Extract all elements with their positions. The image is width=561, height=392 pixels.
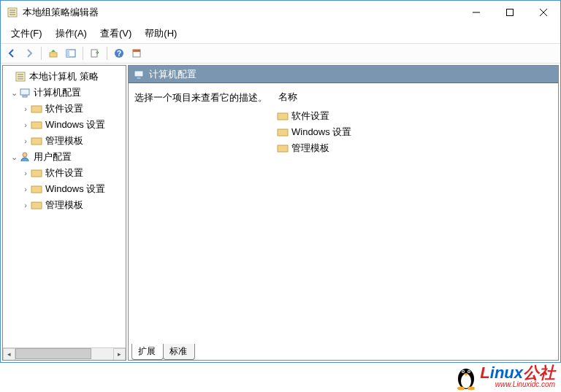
svg-point-30 bbox=[468, 371, 470, 372]
tab-bar: 扩展 标准 bbox=[129, 344, 558, 360]
watermark: Linux公社 www.Linuxidc.com bbox=[454, 363, 555, 391]
expand-icon[interactable]: › bbox=[20, 120, 31, 129]
svg-rect-24 bbox=[278, 145, 288, 152]
detail-description: 选择一个项目来查看它的描述。 bbox=[134, 91, 277, 341]
svg-rect-2 bbox=[50, 53, 57, 57]
content-area: 本地计算机 策略 ⌄ 计算机配置 › 软件设置 › Windows 设置 bbox=[1, 64, 560, 362]
detail-title: 计算机配置 bbox=[149, 68, 196, 81]
expand-icon[interactable]: › bbox=[20, 169, 31, 177]
tab-standard[interactable]: 标准 bbox=[163, 344, 195, 360]
detail-pane: 计算机配置 选择一个项目来查看它的描述。 名称 软件设置 Windows 设置 bbox=[128, 65, 559, 361]
detail-header: 计算机配置 bbox=[129, 66, 558, 83]
menubar: 文件(F) 操作(A) 查看(V) 帮助(H) bbox=[1, 24, 560, 43]
scroll-right-button[interactable]: ▸ bbox=[113, 348, 126, 361]
tree-label: 管理模板 bbox=[45, 199, 83, 212]
tree-item-admin[interactable]: › 管理模板 bbox=[4, 133, 124, 149]
menu-file[interactable]: 文件(F) bbox=[5, 24, 48, 43]
scroll-left-button[interactable]: ◂ bbox=[3, 348, 15, 361]
tree: 本地计算机 策略 ⌄ 计算机配置 › 软件设置 › Windows 设置 bbox=[3, 66, 126, 347]
app-window: 本地组策略编辑器 文件(F) 操作(A) 查看(V) 帮助(H) ? bbox=[0, 0, 561, 363]
svg-rect-12 bbox=[23, 96, 27, 97]
tree-label: 本地计算机 策略 bbox=[29, 70, 99, 83]
detail-list: 名称 软件设置 Windows 设置 管理模板 bbox=[277, 91, 555, 341]
titlebar: 本地组策略编辑器 bbox=[1, 1, 560, 24]
tree-item-admin[interactable]: › 管理模板 bbox=[4, 197, 124, 213]
svg-rect-4 bbox=[66, 50, 69, 57]
collapse-icon[interactable]: ⌄ bbox=[9, 153, 19, 162]
horizontal-scrollbar[interactable]: ◂ ▸ bbox=[3, 347, 126, 360]
tree-label: Windows 设置 bbox=[45, 118, 105, 131]
menu-view[interactable]: 查看(V) bbox=[94, 24, 137, 43]
computer-icon bbox=[19, 87, 31, 99]
menu-action[interactable]: 操作(A) bbox=[50, 24, 93, 43]
expand-icon[interactable]: › bbox=[20, 137, 31, 145]
svg-rect-23 bbox=[278, 129, 288, 136]
up-button[interactable] bbox=[45, 45, 61, 61]
toolbar: ? bbox=[1, 43, 560, 64]
properties-button[interactable] bbox=[129, 45, 145, 61]
svg-point-16 bbox=[23, 153, 27, 157]
minimize-button[interactable] bbox=[459, 1, 493, 24]
tree-root[interactable]: 本地计算机 策略 bbox=[4, 69, 124, 85]
maximize-button[interactable] bbox=[493, 1, 527, 24]
watermark-brand: Linux公社 bbox=[480, 365, 555, 381]
column-name[interactable]: 名称 bbox=[277, 91, 555, 108]
policy-icon bbox=[15, 71, 26, 82]
back-button[interactable] bbox=[4, 45, 20, 61]
list-label: Windows 设置 bbox=[291, 126, 351, 139]
svg-point-32 bbox=[468, 387, 475, 391]
expand-icon[interactable]: › bbox=[20, 185, 31, 193]
folder-icon bbox=[277, 110, 289, 122]
folder-icon bbox=[31, 135, 42, 147]
svg-rect-11 bbox=[20, 89, 29, 95]
folder-icon bbox=[31, 103, 42, 115]
tree-user-config[interactable]: ⌄ 用户配置 bbox=[4, 149, 124, 165]
forward-button[interactable] bbox=[21, 45, 37, 61]
svg-rect-18 bbox=[31, 186, 42, 193]
folder-icon bbox=[31, 183, 42, 195]
svg-rect-1 bbox=[507, 9, 514, 16]
svg-rect-17 bbox=[31, 170, 42, 177]
svg-rect-5 bbox=[91, 50, 97, 57]
tree-item-windows[interactable]: › Windows 设置 bbox=[4, 181, 124, 197]
expand-icon[interactable]: › bbox=[20, 104, 31, 113]
list-item[interactable]: Windows 设置 bbox=[277, 124, 555, 140]
list-item[interactable]: 管理模板 bbox=[277, 140, 555, 156]
penguin-icon bbox=[454, 363, 478, 391]
folder-icon bbox=[277, 126, 289, 138]
scroll-track[interactable] bbox=[15, 348, 113, 361]
tree-computer-config[interactable]: ⌄ 计算机配置 bbox=[4, 85, 124, 101]
app-icon bbox=[7, 7, 18, 18]
separator bbox=[41, 47, 42, 60]
folder-icon bbox=[31, 167, 42, 179]
tree-item-windows[interactable]: › Windows 设置 bbox=[4, 117, 124, 133]
watermark-url: www.Linuxidc.com bbox=[480, 381, 555, 388]
export-button[interactable] bbox=[87, 45, 103, 61]
svg-rect-9 bbox=[133, 50, 140, 52]
svg-point-29 bbox=[462, 371, 464, 372]
tree-label: 软件设置 bbox=[45, 102, 83, 115]
help-button[interactable]: ? bbox=[111, 45, 127, 61]
tree-item-software[interactable]: › 软件设置 bbox=[4, 165, 124, 181]
computer-icon bbox=[133, 69, 145, 80]
list-item[interactable]: 软件设置 bbox=[277, 108, 555, 124]
scroll-thumb[interactable] bbox=[15, 348, 91, 359]
tab-extended[interactable]: 扩展 bbox=[131, 344, 164, 360]
expand-icon[interactable]: › bbox=[20, 201, 31, 210]
tree-label: 用户配置 bbox=[34, 150, 72, 164]
list-label: 软件设置 bbox=[291, 109, 329, 123]
close-button[interactable] bbox=[527, 1, 560, 24]
tree-item-software[interactable]: › 软件设置 bbox=[4, 101, 124, 117]
svg-rect-19 bbox=[31, 202, 42, 209]
show-hide-button[interactable] bbox=[63, 45, 79, 61]
tree-pane: 本地计算机 策略 ⌄ 计算机配置 › 软件设置 › Windows 设置 bbox=[2, 65, 126, 361]
svg-rect-20 bbox=[134, 71, 143, 77]
menu-help[interactable]: 帮助(H) bbox=[139, 24, 183, 43]
svg-rect-13 bbox=[31, 106, 42, 112]
tree-label: 软件设置 bbox=[45, 166, 83, 180]
tree-label: 管理模板 bbox=[45, 134, 83, 147]
collapse-icon[interactable]: ⌄ bbox=[9, 88, 19, 98]
window-title: 本地组策略编辑器 bbox=[23, 6, 459, 19]
separator bbox=[107, 47, 107, 60]
tree-label: 计算机配置 bbox=[34, 86, 81, 99]
